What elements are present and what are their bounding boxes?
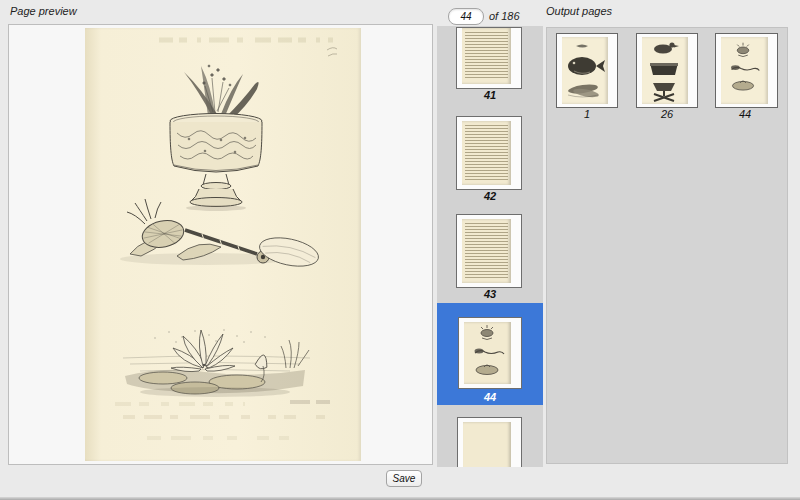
mini-plate-illustration [721,37,766,102]
thumbnail-image[interactable] [456,116,522,190]
thumbnail-image[interactable] [456,27,522,89]
thumbnail-page-paper [464,322,511,384]
page-thumbnails-list[interactable]: 41 42 43 [437,26,543,467]
thumbnail-page-paper [462,219,511,283]
waterlily-illustration [123,329,310,397]
page-preview-panel [8,24,433,465]
thumbnail-label: 43 [437,288,543,300]
page-extraction-window: Page preview [0,0,800,500]
thumbnail-text-texture [465,223,508,279]
ghost-text-bottom [115,402,341,438]
ghost-text-top [159,40,337,56]
thumbnail-text-texture [465,32,508,80]
output-pages-label: Output pages [546,5,612,17]
thumbnail-label: 42 [437,190,543,202]
output-page-label: 44 [714,108,776,120]
output-thumbnail-image[interactable] [715,33,778,108]
thumbnail-image[interactable] [458,317,522,389]
output-pages-panel: 1 [546,27,788,464]
thumbnail-page-paper [462,121,511,185]
preview-page-plate-illustration [85,28,361,461]
thumbnail-image[interactable] [456,214,522,288]
page-count-label: of 186 [489,10,520,22]
output-page-paper [721,37,768,104]
output-page-paper [562,37,608,104]
output-page-paper [642,37,688,104]
thumbnail-label: 44 [437,391,543,403]
thumbnail-page-paper [463,422,511,467]
vase-illustration [170,65,262,211]
thumbnail-text-texture [465,125,508,181]
preview-page [85,28,361,461]
mini-plate-illustration [464,322,511,384]
current-page-input[interactable] [448,8,484,25]
output-thumbnail-image[interactable] [636,33,698,108]
thumbnail-page-paper [462,28,511,84]
save-button[interactable]: Save [386,470,422,487]
thumbnail-image[interactable] [457,417,522,467]
output-page-label: 1 [556,108,618,120]
page-preview-label: Page preview [10,5,77,17]
bird-basket-trophy-illustration [642,37,686,102]
thumbnail-label: 41 [437,89,543,101]
fish-plate-illustration [562,37,606,102]
thumbnail-page-44-selected[interactable]: 44 [437,303,543,405]
output-page-label: 26 [636,108,698,120]
output-thumbnail-image[interactable] [556,33,618,108]
